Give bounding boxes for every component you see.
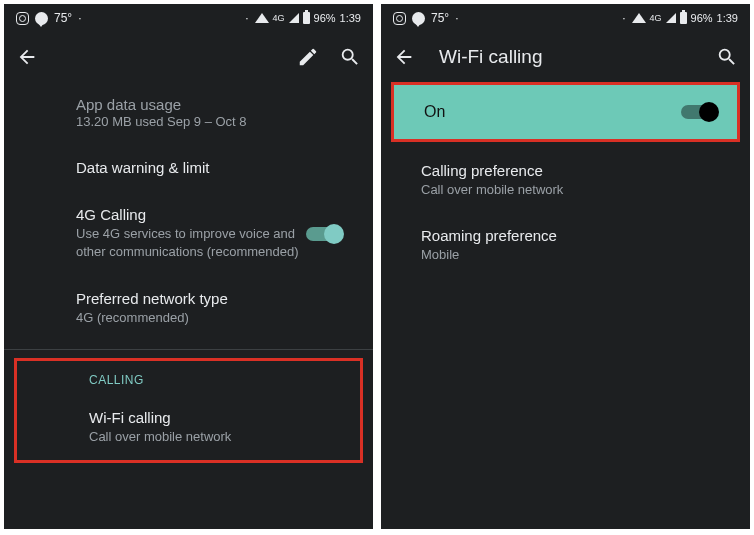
setting-title: Preferred network type xyxy=(76,290,353,307)
setting-subtitle: Call over mobile network xyxy=(89,428,340,446)
notification-dots: · xyxy=(78,11,83,25)
connection-type: 4G xyxy=(273,13,285,23)
wifi-calling-on-toggle[interactable] xyxy=(681,105,717,119)
battery-percent: 96% xyxy=(314,12,336,24)
wifi-calling-highlight: CALLING Wi-Fi calling Call over mobile n… xyxy=(14,358,363,463)
clock-time: 1:39 xyxy=(717,12,738,24)
4g-calling-toggle[interactable] xyxy=(306,227,342,241)
back-arrow-icon[interactable] xyxy=(16,46,38,68)
on-toggle-label: On xyxy=(424,103,681,121)
setting-title: Roaming preference xyxy=(421,227,730,244)
setting-title: 4G Calling xyxy=(76,206,306,223)
weather-temp: 75° xyxy=(54,11,72,25)
left-phone-screen: 75° · · 4G 96% 1:39 App data usage 13.20… xyxy=(4,4,373,529)
messenger-icon xyxy=(35,12,48,25)
app-data-usage-item[interactable]: App data usage 13.20 MB used Sep 9 – Oct… xyxy=(4,82,373,145)
wifi-icon xyxy=(632,13,646,23)
setting-subtitle: Call over mobile network xyxy=(421,181,730,199)
connection-type: 4G xyxy=(650,13,662,23)
toolbar: Wi-Fi calling xyxy=(381,32,750,82)
preferred-network-item[interactable]: Preferred network type 4G (recommended) xyxy=(4,276,373,341)
battery-icon xyxy=(303,12,310,24)
more-dot: · xyxy=(622,11,627,25)
signal-icon xyxy=(666,13,676,23)
4g-calling-item[interactable]: 4G Calling Use 4G services to improve vo… xyxy=(4,192,373,275)
weather-temp: 75° xyxy=(431,11,449,25)
right-phone-screen: 75° · · 4G 96% 1:39 Wi-Fi calling On xyxy=(381,4,750,529)
section-divider xyxy=(4,349,373,350)
more-dot: · xyxy=(245,11,250,25)
page-title: Wi-Fi calling xyxy=(439,46,696,68)
setting-title: Wi-Fi calling xyxy=(89,409,340,426)
edit-pencil-icon[interactable] xyxy=(297,46,319,68)
wifi-icon xyxy=(255,13,269,23)
instagram-icon xyxy=(16,12,29,25)
setting-title: Calling preference xyxy=(421,162,730,179)
setting-subtitle: 4G (recommended) xyxy=(76,309,353,327)
roaming-preference-item[interactable]: Roaming preference Mobile xyxy=(381,213,750,278)
back-arrow-icon[interactable] xyxy=(393,46,415,68)
toolbar xyxy=(4,32,373,82)
statusbar: 75° · · 4G 96% 1:39 xyxy=(381,4,750,32)
calling-section-header: CALLING xyxy=(17,361,360,395)
messenger-icon xyxy=(412,12,425,25)
battery-percent: 96% xyxy=(691,12,713,24)
calling-preference-item[interactable]: Calling preference Call over mobile netw… xyxy=(381,148,750,213)
search-icon[interactable] xyxy=(339,46,361,68)
setting-title: Data warning & limit xyxy=(76,159,353,176)
instagram-icon xyxy=(393,12,406,25)
setting-subtitle: Mobile xyxy=(421,246,730,264)
search-icon[interactable] xyxy=(716,46,738,68)
clock-time: 1:39 xyxy=(340,12,361,24)
wifi-calling-item[interactable]: Wi-Fi calling Call over mobile network xyxy=(17,395,360,460)
setting-subtitle: 13.20 MB used Sep 9 – Oct 8 xyxy=(76,113,353,131)
setting-title: App data usage xyxy=(76,96,353,113)
battery-icon xyxy=(680,12,687,24)
wifi-calling-on-highlight: On xyxy=(391,82,740,142)
statusbar: 75° · · 4G 96% 1:39 xyxy=(4,4,373,32)
signal-icon xyxy=(289,13,299,23)
notification-dots: · xyxy=(455,11,460,25)
setting-subtitle: Use 4G services to improve voice and oth… xyxy=(76,225,306,261)
data-warning-item[interactable]: Data warning & limit xyxy=(4,145,373,192)
